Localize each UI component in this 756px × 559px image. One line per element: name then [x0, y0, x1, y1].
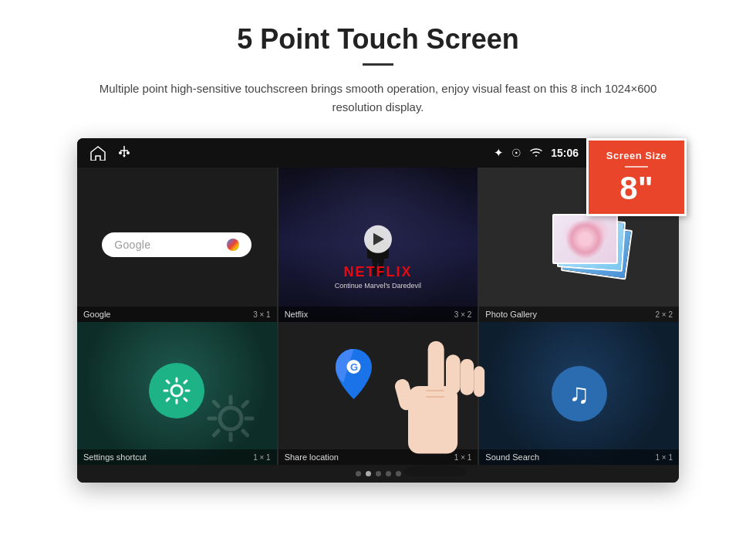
settings-app-name: Settings shortcut [83, 452, 147, 462]
gear-icon [160, 374, 194, 408]
netflix-subtitle: Continue Marvel's Daredevil [278, 282, 478, 290]
svg-point-2 [119, 151, 122, 154]
device-wrapper: Screen Size 8" [77, 138, 679, 483]
svg-rect-26 [474, 367, 484, 398]
play-triangle [373, 233, 384, 246]
netflix-app-cell[interactable]: NETFLIX Continue Marvel's Daredevil Netf… [278, 168, 478, 322]
gallery-label-row: Photo Gallery 2 × 2 [479, 307, 679, 322]
google-app-name: Google [83, 310, 110, 319]
svg-rect-24 [446, 355, 461, 395]
gallery-app-name: Photo Gallery [485, 310, 537, 319]
home-icon[interactable] [89, 145, 106, 161]
netflix-content: NETFLIX Continue Marvel's Daredevil [278, 168, 478, 322]
google-app-cell[interactable]: Google Google 3 × 1 [77, 168, 277, 322]
settings-cell[interactable]: Settings shortcut 1 × 1 [77, 322, 277, 465]
status-bar-left [89, 145, 131, 161]
pagination-dot-3[interactable] [376, 471, 381, 476]
google-search-bar[interactable]: Google [102, 232, 251, 257]
app-grid-row2: Settings shortcut 1 × 1 G [77, 322, 679, 465]
settings-app-size: 1 × 1 [253, 453, 271, 462]
badge-size: 8" [602, 172, 670, 205]
settings-bg-gear [200, 388, 262, 449]
time-display: 15:06 [551, 147, 579, 159]
pagination-dot-2[interactable] [366, 471, 371, 476]
svg-text:G: G [350, 361, 358, 373]
location-icon: ☉ [511, 147, 521, 159]
pagination-dot-1[interactable] [356, 471, 361, 476]
share-location-cell[interactable]: G [278, 322, 478, 465]
title-divider [363, 63, 393, 66]
photo-card-front [552, 214, 618, 264]
share-location-app-name: Share location [285, 452, 339, 462]
gallery-app-size: 2 × 2 [655, 310, 673, 319]
svg-point-18 [171, 385, 182, 396]
google-logo: Google [114, 239, 150, 251]
svg-point-3 [127, 151, 130, 154]
music-note-icon: ♫ [569, 378, 589, 410]
sound-icon-circle: ♫ [552, 366, 607, 422]
usb-icon [117, 145, 131, 161]
settings-label-row: Settings shortcut 1 × 1 [77, 449, 277, 465]
sound-search-cell[interactable]: ♫ Sound Search 1 × 1 [479, 322, 679, 465]
svg-rect-23 [428, 341, 444, 394]
pointing-hand-icon [381, 332, 489, 476]
svg-rect-25 [461, 359, 474, 395]
screen-badge: Screen Size 8" [586, 138, 687, 216]
badge-divider [625, 166, 648, 168]
pagination [77, 465, 679, 483]
page-title: 5 Point Touch Screen [237, 23, 518, 56]
netflix-logo-area: NETFLIX Continue Marvel's Daredevil [278, 264, 478, 290]
netflix-app-size: 3 × 2 [454, 310, 472, 319]
sound-search-app-name: Sound Search [485, 452, 539, 462]
google-mic-icon [227, 239, 239, 251]
maps-icon: G [325, 345, 383, 403]
svg-point-30 [403, 465, 467, 476]
settings-icon-circle [149, 363, 204, 418]
svg-point-19 [220, 408, 241, 429]
page-description: Multiple point high-sensitive touchscree… [77, 80, 679, 117]
bluetooth-icon: ✦ [494, 146, 504, 160]
flower-image [554, 215, 616, 263]
google-app-size: 3 × 1 [253, 310, 271, 319]
netflix-play-button[interactable] [364, 225, 392, 253]
badge-title: Screen Size [602, 150, 670, 161]
maps-icon-area: G [325, 345, 383, 406]
netflix-label-row: Netflix 3 × 2 [278, 307, 478, 322]
sound-search-app-size: 1 × 1 [655, 453, 673, 462]
sound-search-label-row: Sound Search 1 × 1 [479, 449, 679, 465]
wifi-icon [529, 147, 543, 158]
google-label-row: Google 3 × 1 [77, 307, 277, 322]
netflix-logo-text: NETFLIX [278, 264, 478, 280]
netflix-app-name: Netflix [285, 310, 309, 319]
